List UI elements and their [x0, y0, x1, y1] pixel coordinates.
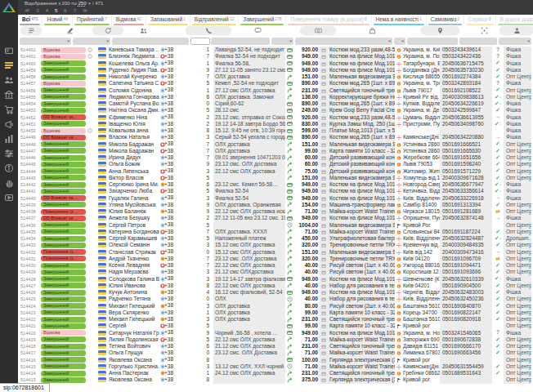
order-row[interactable]: 514444ЗавершенийАнна Липенська+38322.12 … [18, 168, 533, 175]
order-row[interactable]: 514417ЗавершенийОльга Глущук+38023.12 см… [18, 350, 533, 356]
phone-cell[interactable]: +38 [159, 310, 184, 316]
order-row[interactable]: 514429ЗавершенийНадія Мерзаєва+38321.12 … [18, 269, 533, 275]
column-header-group-icon[interactable] [137, 26, 149, 35]
phone-cell[interactable]: +38 [159, 60, 184, 67]
phone-cell[interactable]: +38 [159, 350, 184, 356]
order-row[interactable]: 514439ЗавершенийУляна Мусійовська+389ОЛХ… [18, 202, 533, 208]
order-row[interactable]: 514451ЗавершенийІващенко Юлія+38219.12 1… [18, 121, 533, 127]
column-filter-select[interactable] [211, 38, 270, 45]
phone-cell[interactable]: +38 [159, 330, 184, 336]
order-row[interactable]: 514415ЗавершенийГоргулько Христина..+383… [18, 363, 533, 370]
order-row[interactable]: 514423ЗавершенийВера Скляренко+381ОЛХ до… [18, 310, 533, 316]
phone-cell[interactable]: +38 [159, 74, 184, 80]
column-header-money-icon[interactable] [300, 26, 336, 35]
order-row[interactable]: 514420ВідмоваСитарчук Наталія Гр..+389Чо… [18, 330, 533, 336]
order-row[interactable]: 514438Повернення (з…Юлия Баланюк+38922.1… [18, 208, 533, 215]
column-filter-input[interactable] [190, 38, 210, 45]
order-row[interactable]: 514446ЗавершенийИрина Дидух+38709.01 зве… [18, 154, 533, 161]
order-row[interactable]: 514445ЗавершенийОльга Божик+38923.12 смс… [18, 161, 533, 167]
sidebar-item-people-icon[interactable] [3, 74, 15, 86]
sidebar-item-video-icon[interactable] [3, 192, 15, 203]
order-row[interactable]: 514454ЗавершенийСамотій Руслана Во..+380… [18, 100, 533, 107]
phone-cell[interactable]: +38 [159, 94, 184, 100]
order-row[interactable]: 514456ЗавершенийСоломія Сідоніна+38127.1… [18, 87, 533, 94]
sidebar-item-id-card-icon[interactable] [3, 45, 15, 56]
sidebar-item-hand-icon[interactable] [3, 177, 15, 189]
column-header-call-refresh-icon[interactable] [92, 26, 123, 35]
phone-cell[interactable]: +38 [159, 107, 184, 114]
sidebar-item-bank-icon[interactable] [3, 89, 15, 100]
phone-cell[interactable]: +38 [159, 242, 184, 248]
order-row[interactable]: 514448ЗавершенийМикола Бадражан+387ОЛХ д… [18, 141, 533, 148]
order-row[interactable]: 514443ЗавершенийВіктор Власов+385151.00М… [18, 175, 533, 181]
column-filter-select[interactable] [459, 38, 497, 45]
first-page-icon[interactable]: ≪ [25, 7, 30, 13]
tab-Всі[interactable]: Всі471 [18, 15, 43, 25]
tab-Відправлений[interactable]: Відправлений12 [190, 15, 239, 25]
order-row[interactable]: 514422ЗавершенийМихаил Гилецький+383ОЛХ … [18, 316, 533, 323]
phone-cell[interactable]: +38 [159, 141, 184, 148]
column-header-pin-icon[interactable] [420, 26, 459, 35]
phone-cell[interactable]: +38 [159, 269, 184, 275]
tab-Сервіси[interactable]: Сервіси0 [464, 15, 495, 25]
order-row[interactable]: 514414ЗавершенийАнна Пастернак+38124.12 … [18, 370, 533, 376]
app-logo-icon[interactable] [2, 2, 16, 14]
phone-cell[interactable]: +38 [159, 289, 184, 296]
phone-cell[interactable]: +38 [159, 303, 184, 310]
tab-Самовивіз[interactable]: Самовивіз2 [427, 15, 464, 25]
phone-cell[interactable]: +38 [159, 148, 184, 154]
order-row[interactable]: 514431Повернення (з…Андрій Ткаченко+3872… [18, 256, 533, 262]
phone-cell[interactable]: +38 [159, 363, 184, 370]
phone-cell[interactable]: +38 [159, 316, 184, 323]
order-row[interactable]: 514419ЗавершенийЛилия Подолинская+38522.… [18, 336, 533, 343]
phone-cell[interactable]: +38 [159, 256, 184, 262]
order-row[interactable]: 514416ЗавершенийЯковлева Оксана+388100.0… [18, 357, 533, 363]
phone-cell[interactable]: +38 [159, 80, 184, 87]
phone-cell[interactable]: +38 [159, 376, 184, 383]
column-header-rows-icon[interactable] [20, 26, 42, 35]
column-header-bag-icon[interactable] [366, 26, 378, 35]
order-row[interactable]: 514425ЗавершенийРадченко Тетяна+380ОЛХ40… [18, 296, 533, 302]
page-number[interactable]: 3 [36, 8, 39, 13]
sidebar-item-chart-icon[interactable] [3, 133, 15, 145]
column-header-person-icon[interactable] [499, 26, 533, 35]
order-row[interactable]: 514449DD Возврат ок…Власюк Наталья+383Се… [18, 134, 533, 140]
phone-cell[interactable]: +38 [159, 249, 184, 256]
tab-Нема в наявності[interactable]: Нема в наявності1 [372, 15, 427, 25]
phone-cell[interactable]: +38 [159, 100, 184, 107]
order-row[interactable]: 514421ЗавершенийСергей+38599.00Карта пам… [18, 323, 533, 329]
phone-cell[interactable]: +38 [159, 202, 184, 208]
order-row[interactable]: 514430ЗавершенийКсенія Левадняя+38722.12… [18, 262, 533, 269]
order-row[interactable]: 514442ЗавершенийСергіюнко Ірина Ми..+386… [18, 181, 533, 188]
phone-cell[interactable]: +38 [159, 161, 184, 167]
phone-cell[interactable]: +38 [159, 222, 184, 229]
page-number[interactable]: 5 [55, 8, 58, 13]
sidebar-item-cart-icon[interactable] [3, 104, 15, 115]
order-row[interactable]: 514427ЗавершенийЮлия Иванова+38822.12 см… [18, 283, 533, 289]
sidebar-item-orders-list-icon[interactable] [3, 60, 15, 71]
phone-cell[interactable]: +38 [159, 175, 184, 181]
sidebar-item-megaphone-icon[interactable] [3, 118, 15, 130]
sidebar-item-info-icon[interactable] [3, 163, 15, 174]
tab-Новий[interactable]: Новий48 [43, 15, 73, 25]
column-filter-select[interactable]: ▼ [499, 38, 531, 45]
info-circle-icon[interactable] [87, 128, 92, 133]
order-row[interactable]: 514440DD Возврат ок…Гуцалюк Галина+383Фи… [18, 195, 533, 202]
phone-cell[interactable]: +38 [159, 276, 184, 283]
column-filter-select[interactable]: ▼ [271, 38, 293, 45]
phone-cell[interactable]: +38 [159, 343, 184, 350]
column-filter-select[interactable]: ▼ [73, 38, 110, 45]
phone-cell[interactable]: +38 [159, 188, 184, 194]
tab-Прийнятий[interactable]: Прийнятий7 [73, 15, 112, 25]
order-row[interactable]: 514426ЗавершенийКучук Антонина+38416.12 … [18, 289, 533, 296]
tab-Повернення товару (в дорозі)[interactable]: Повернення товару (в дорозі)0 [286, 15, 371, 25]
phone-cell[interactable]: +38 [159, 296, 184, 302]
column-filter-select[interactable]: ▼ [394, 38, 405, 45]
order-row[interactable]: 514462ВідмоваКаневська Тамара ..+381Лава… [18, 47, 533, 53]
phone-cell[interactable]: +38 [159, 283, 184, 289]
order-row[interactable]: 514452DD Возврат ок…Єфименко Ніна+38223.… [18, 114, 533, 121]
order-row[interactable]: 514460ЗавершенийКошелева Ольга Ар..+381Ф… [18, 60, 533, 67]
column-header-chat-icon[interactable] [252, 26, 263, 35]
phone-cell[interactable]: +38 [159, 195, 184, 202]
per-page-dropdown[interactable]: 250 [78, 1, 87, 6]
